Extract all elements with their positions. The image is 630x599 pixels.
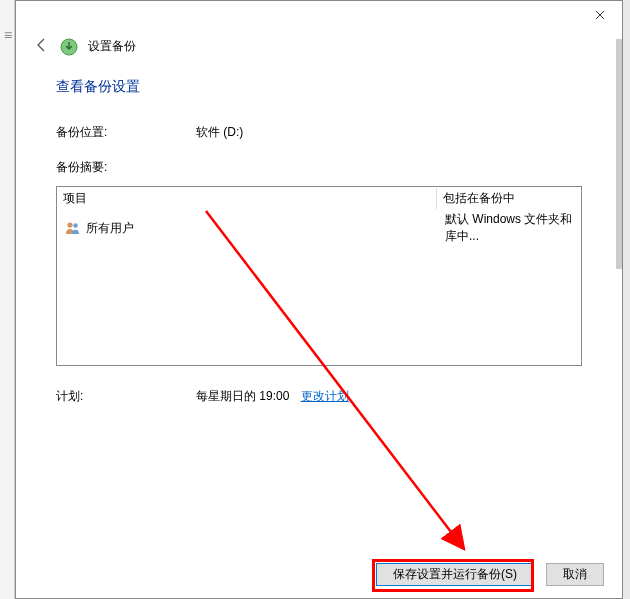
content-area: 查看备份设置 备份位置: 软件 (D:) 备份摘要: 项目 包括在备份中 [16, 68, 622, 405]
footer: 保存设置并运行备份(S) 取消 [376, 563, 604, 586]
backup-summary-label: 备份摘要: [56, 159, 582, 176]
header-title: 设置备份 [88, 38, 136, 55]
page-title: 查看备份设置 [56, 78, 582, 96]
change-schedule-link[interactable]: 更改计划 [301, 389, 349, 403]
svg-point-1 [67, 223, 72, 228]
list-item-name: 所有用户 [61, 219, 441, 238]
schedule-label: 计划: [56, 388, 196, 405]
header: 设置备份 [16, 31, 622, 68]
backup-location-label: 备份位置: [56, 124, 196, 141]
users-icon [65, 220, 81, 236]
list-item[interactable]: 所有用户 默认 Windows 文件夹和库中... [57, 209, 581, 247]
backup-icon [60, 38, 78, 56]
back-arrow-icon [34, 37, 50, 53]
close-icon [595, 10, 605, 20]
column-item[interactable]: 项目 [57, 188, 437, 209]
column-included[interactable]: 包括在备份中 [437, 188, 581, 209]
list-item-included: 默认 Windows 文件夹和库中... [441, 210, 577, 246]
save-run-button[interactable]: 保存设置并运行备份(S) [376, 563, 534, 586]
schedule-text: 每星期日的 19:00 [196, 389, 289, 403]
dialog-window: 设置备份 查看备份设置 备份位置: 软件 (D:) 备份摘要: 项目 包括在备份… [15, 0, 623, 599]
schedule-value: 每星期日的 19:00 更改计划 [196, 388, 349, 405]
back-button[interactable] [34, 37, 50, 56]
scrollbar[interactable] [616, 39, 622, 269]
list-item-text: 所有用户 [86, 221, 134, 235]
backup-location-value: 软件 (D:) [196, 124, 243, 141]
schedule-row: 计划: 每星期日的 19:00 更改计划 [56, 388, 582, 405]
close-button[interactable] [577, 1, 622, 29]
titlebar [16, 1, 622, 31]
summary-list: 项目 包括在备份中 所有用户 默认 Windows 文件夹和库中.. [56, 186, 582, 366]
backup-location-row: 备份位置: 软件 (D:) [56, 124, 582, 141]
background-edge: ≡ [0, 0, 15, 599]
list-header: 项目 包括在备份中 [57, 187, 581, 209]
svg-point-2 [73, 224, 78, 229]
cancel-button[interactable]: 取消 [546, 563, 604, 586]
